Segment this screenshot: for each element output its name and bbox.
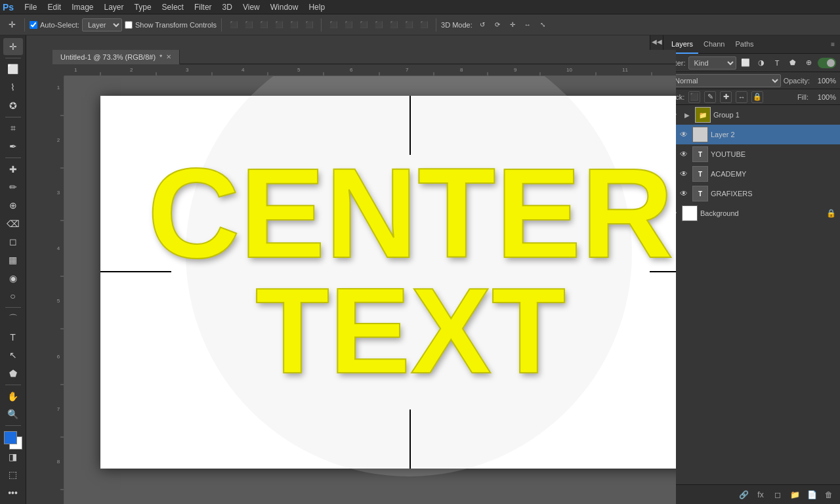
healing-tool[interactable]: ✚ — [3, 161, 23, 178]
history-brush[interactable]: ⌫ — [3, 215, 23, 232]
lasso-tool[interactable]: ⌇ — [3, 79, 23, 96]
pen-tool[interactable]: ⌒ — [3, 310, 23, 327]
document-tab[interactable]: Untitled-1 @ 73.3% (RGB/8#) * ✕ — [52, 50, 180, 64]
add-style-btn[interactable]: fx — [753, 488, 768, 502]
align-center-v[interactable]: ⬛ — [242, 18, 256, 32]
extra-tools[interactable]: ••• — [3, 484, 23, 501]
link-layers-btn[interactable]: 🔗 — [736, 488, 751, 502]
menu-edit[interactable]: Edit — [42, 0, 66, 14]
lock-position-btn[interactable]: ✎ — [704, 91, 716, 103]
lock-pixels-btn[interactable]: ⬛ — [688, 91, 700, 103]
align-left[interactable]: ⬛ — [272, 18, 286, 32]
layer-item-background[interactable]: 👁 Background 🔒 — [663, 203, 840, 223]
new-layer-btn[interactable]: 📄 — [805, 488, 819, 502]
align-right[interactable]: ⬛ — [302, 18, 316, 32]
filter-smart-icon[interactable]: ⊕ — [802, 56, 815, 70]
show-transform-checkbox[interactable] — [125, 21, 133, 29]
distribute-left[interactable]: ⬛ — [371, 18, 386, 32]
layer-item-layer2[interactable]: 👁 Layer 2 — [663, 125, 840, 144]
crop-tool[interactable]: ⌗ — [3, 119, 23, 136]
clone-tool[interactable]: ⊕ — [3, 197, 23, 214]
menu-help[interactable]: Help — [303, 0, 330, 14]
marquee-tool[interactable]: ⬜ — [3, 61, 23, 78]
menu-type[interactable]: Type — [129, 0, 157, 14]
zoom-tool[interactable]: 🔍 — [3, 406, 23, 423]
lock-all-btn[interactable]: 🔒 — [751, 91, 763, 103]
menu-file[interactable]: File — [19, 0, 42, 14]
tab-close[interactable]: ✕ — [166, 53, 171, 60]
blend-mode-select[interactable]: Normal Multiply Screen Overlay — [667, 74, 781, 87]
path-select-tool[interactable]: ↖ — [3, 346, 23, 364]
delete-layer-btn[interactable]: 🗑 — [822, 488, 836, 502]
text-tool[interactable]: T — [3, 329, 23, 346]
filter-type-select[interactable]: Kind Name Effect Mode — [688, 56, 737, 70]
foreground-color[interactable] — [4, 431, 17, 444]
distribute-right[interactable]: ⬛ — [402, 18, 416, 32]
3d-pan[interactable]: ✛ — [505, 18, 520, 32]
filter-type-icon[interactable]: T — [770, 56, 784, 70]
distribute-bottom[interactable]: ⬛ — [356, 18, 371, 32]
filter-shape-icon[interactable]: ⬟ — [786, 56, 799, 70]
layer-item-youtube[interactable]: 👁 T YOUTUBE — [663, 144, 840, 164]
brush-tool[interactable]: ✏ — [3, 178, 23, 196]
distribute-group: ⬛ ⬛ ⬛ ⬛ ⬛ ⬛ ⬛ — [326, 18, 431, 32]
canvas-workspace[interactable]: CENTER TEXT — [64, 76, 676, 504]
new-group-btn[interactable]: 📁 — [788, 488, 802, 502]
add-mask-btn[interactable]: ◻ — [770, 488, 785, 502]
3d-scale[interactable]: ⤡ — [536, 18, 550, 32]
3d-rotate[interactable]: ↺ — [475, 18, 490, 32]
visibility-layer2[interactable]: 👁 — [678, 129, 690, 140]
filter-toggle[interactable] — [818, 58, 836, 68]
panel-bottom-bar: 🔗 fx ◻ 📁 📄 🗑 — [663, 484, 840, 504]
screen-mode[interactable]: ⬚ — [3, 467, 23, 484]
menu-layer[interactable]: Layer — [99, 0, 129, 14]
quick-mask[interactable]: ◨ — [3, 448, 23, 465]
dodge-tool[interactable]: ○ — [3, 288, 23, 305]
svg-text:2: 2 — [57, 137, 60, 143]
distribute-center-v[interactable]: ⬛ — [341, 18, 356, 32]
filter-pixel-icon[interactable]: ⬜ — [739, 56, 752, 70]
move-tool-options[interactable]: ✛ — [4, 17, 20, 33]
visibility-grafixers[interactable]: 👁 — [678, 188, 690, 200]
menu-filter[interactable]: Filter — [189, 0, 217, 14]
align-top[interactable]: ⬛ — [226, 18, 241, 32]
shape-tool[interactable]: ⬟ — [3, 365, 23, 382]
align-center-h[interactable]: ⬛ — [287, 18, 301, 32]
menu-select[interactable]: Select — [157, 0, 189, 14]
tab-channels[interactable]: Chann — [698, 35, 730, 54]
distribute-top[interactable]: ⬛ — [326, 18, 341, 32]
quick-select-tool[interactable]: ✪ — [3, 97, 23, 114]
menu-image[interactable]: Image — [66, 0, 98, 14]
eraser-tool[interactable]: ◻ — [3, 233, 23, 250]
panel-menu-btn[interactable]: ≡ — [828, 38, 837, 51]
layer-item-academy[interactable]: 👁 T ACADEMY — [663, 164, 840, 184]
tab-paths[interactable]: Paths — [730, 35, 759, 54]
layer-item-group1[interactable]: 👁 ▶ 📁 Group 1 — [663, 105, 840, 125]
lock-artboard-btn[interactable]: ✚ — [720, 91, 732, 103]
visibility-academy[interactable]: 👁 — [678, 168, 690, 180]
3d-slide[interactable]: ↔ — [520, 18, 535, 32]
layer-item-grafixers[interactable]: 👁 T GRAFIXERS — [663, 184, 840, 203]
blend-mode-bar: Normal Multiply Screen Overlay Opacity: … — [663, 72, 840, 89]
filter-adjust-icon[interactable]: ◑ — [755, 56, 768, 70]
visibility-youtube[interactable]: 👁 — [678, 148, 690, 160]
name-group1: Group 1 — [713, 111, 836, 119]
menu-window[interactable]: Window — [265, 0, 304, 14]
menu-view[interactable]: View — [238, 0, 265, 14]
move-tool[interactable]: ✛ — [3, 38, 23, 55]
lock-move-btn[interactable]: ↔ — [736, 91, 747, 103]
eyedropper-tool[interactable]: ✒ — [3, 138, 23, 155]
auto-align[interactable]: ⬛ — [417, 18, 431, 32]
3d-roll[interactable]: ⟳ — [490, 18, 505, 32]
menu-3d[interactable]: 3D — [217, 0, 238, 14]
color-swatches[interactable] — [4, 431, 22, 447]
collapse-toggle[interactable]: ◀◀ — [650, 35, 663, 48]
align-bottom[interactable]: ⬛ — [257, 18, 271, 32]
autoselect-checkbox[interactable] — [30, 21, 37, 29]
blur-tool[interactable]: ◉ — [3, 270, 23, 287]
expand-group1[interactable]: ▶ — [682, 110, 692, 120]
gradient-tool[interactable]: ▦ — [3, 251, 23, 268]
autoselect-type-select[interactable]: Layer Group — [82, 18, 122, 32]
hand-tool[interactable]: ✋ — [3, 388, 23, 405]
distribute-center-h[interactable]: ⬛ — [387, 18, 401, 32]
